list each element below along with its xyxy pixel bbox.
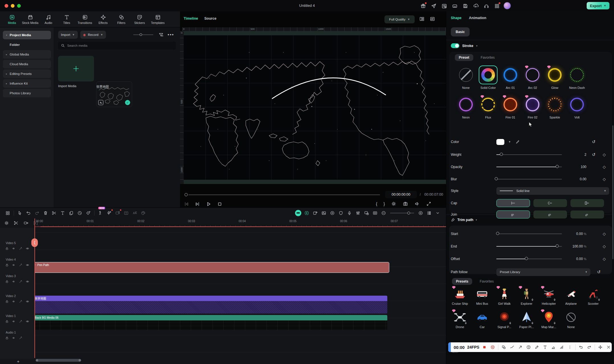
path-preset-mini-bus[interactable]: Mini Bus (471, 286, 493, 305)
path-preset-scooter[interactable]: Scooter (582, 286, 604, 305)
path-preset-girl-walk[interactable]: Girl Walk (493, 286, 515, 305)
eye-icon[interactable] (26, 320, 29, 323)
stroke-toggle[interactable] (451, 43, 459, 48)
auto-frame-button[interactable] (302, 209, 311, 217)
scissors-button[interactable] (50, 209, 58, 217)
export-button[interactable]: Export▼ (587, 2, 609, 9)
close-x-button[interactable] (606, 344, 611, 350)
lock-icon[interactable] (5, 300, 9, 303)
move-button[interactable] (597, 344, 603, 350)
preview-canvas[interactable] (184, 31, 446, 184)
track-audio-icon[interactable] (12, 320, 16, 323)
ai-audio-button[interactable] (105, 209, 113, 217)
path-preset-helicopter[interactable]: Helicopter (538, 286, 560, 305)
sidebar-item-influence-kit[interactable]: ▸ Influence Kit (3, 79, 51, 88)
ai-text-button[interactable] (122, 209, 130, 217)
join-bevel-button[interactable] (570, 210, 604, 218)
current-timecode[interactable]: 00:00:00:00 (385, 191, 417, 198)
motion-track-button[interactable]: NEW (96, 209, 105, 217)
track-audio-icon[interactable] (12, 263, 16, 267)
brace-close-button[interactable]: } (384, 202, 385, 206)
track-audio-icon[interactable] (12, 336, 16, 340)
track-header-video-1[interactable]: Video 1 (0, 314, 35, 323)
stop-button[interactable] (217, 201, 223, 207)
stroke-tab-preset[interactable]: Preset (455, 54, 473, 61)
tab-titles[interactable]: Titles (58, 14, 75, 24)
join-round-button[interactable] (533, 210, 567, 218)
cap-round-button[interactable] (533, 199, 567, 207)
track-audio-icon[interactable] (12, 247, 16, 250)
stroke-preset-arc-01[interactable]: Arc 01 (499, 66, 521, 89)
keyframe-diamond-icon[interactable]: ◇ (603, 257, 606, 261)
stroke-preset-none[interactable]: None (455, 66, 477, 89)
mixer-button[interactable] (354, 209, 362, 217)
timeline-ruler[interactable]: 00:0000:0100:0200:0300:0400:0500:0600:07 (35, 219, 446, 227)
search-input[interactable]: Search media (58, 42, 176, 50)
tab-filters[interactable]: Filters (113, 14, 130, 24)
lock-icon[interactable] (5, 320, 9, 323)
clip-back-bg-media[interactable]: Back BG Media 06 (35, 315, 387, 330)
eye-icon[interactable] (26, 263, 29, 267)
step-fwd-button[interactable] (195, 201, 200, 207)
sidebar-item-photos-library[interactable]: Photos Library (3, 89, 51, 97)
ai-video-button[interactable] (113, 209, 122, 217)
path-tab-presets[interactable]: Presets (452, 278, 472, 285)
gear-button[interactable] (391, 201, 396, 206)
copy-button[interactable] (67, 209, 75, 217)
hatch-button[interactable] (559, 344, 564, 350)
apps-button[interactable] (494, 3, 500, 9)
sidebar-item-folder[interactable]: Folder (3, 40, 51, 49)
path-preset-drone[interactable]: Drone (449, 309, 471, 329)
sidebar-item-global-media[interactable]: ▸ Global Media (3, 50, 51, 59)
tab-audio[interactable]: Audio (40, 14, 57, 24)
layout-grid-button[interactable] (419, 16, 425, 22)
speaker-button[interactable] (414, 201, 420, 206)
preview-scrubber-knob[interactable] (185, 193, 188, 196)
undo-button[interactable] (24, 209, 33, 217)
path-preset-cruise-ship[interactable]: Cruise Ship (449, 286, 471, 305)
expand-button[interactable] (426, 201, 431, 206)
fx-wand-icon[interactable] (19, 336, 22, 340)
undo-button[interactable] (578, 344, 584, 350)
fit-timeline-button[interactable] (371, 209, 379, 217)
import-media-tile[interactable] (58, 56, 94, 81)
gift-button[interactable] (420, 3, 426, 9)
preview-tab-timeline[interactable]: Timeline (184, 17, 198, 21)
tab-media[interactable]: Media (3, 14, 21, 24)
path-preset-airplane[interactable]: Airplane (560, 286, 582, 305)
sidebar-item-cloud-media[interactable]: Cloud Media (3, 60, 51, 68)
preview-tab-source[interactable]: Source (204, 17, 216, 21)
track-header-audio-1[interactable]: Audio 1 (0, 331, 35, 340)
panel-tab-shape[interactable]: Shape (451, 16, 462, 20)
tab-stickers[interactable]: Stickers (131, 14, 148, 24)
tab-stock-media[interactable]: Stock Media (22, 14, 39, 24)
join-miter-button[interactable] (496, 210, 530, 218)
pencil-button[interactable] (534, 344, 540, 350)
filter-icon[interactable] (158, 32, 164, 38)
reset-icon[interactable]: ↺ (592, 139, 595, 144)
panel-tab-animation[interactable]: Animation (469, 16, 486, 20)
import-dropdown[interactable]: Import▼ (58, 31, 78, 39)
path-follow-dropdown[interactable]: Preset Library ▼ (496, 268, 590, 276)
cloud-upload-button[interactable] (472, 3, 479, 9)
track-audio-icon[interactable] (12, 300, 16, 303)
clip-export-button[interactable] (311, 209, 320, 217)
redo-button[interactable] (33, 209, 41, 217)
color-swatch[interactable] (496, 139, 504, 145)
chevron-down-icon[interactable]: ▼ (508, 140, 511, 143)
render-button[interactable] (328, 209, 337, 217)
caret-down-icon[interactable]: ▾ (476, 218, 477, 221)
text-t-button[interactable] (542, 344, 548, 350)
caret-down-button[interactable] (433, 209, 442, 217)
path-preset-car[interactable]: Car (471, 309, 493, 329)
preview-scrubber-track[interactable] (189, 195, 380, 195)
offset-slider[interactable] (496, 259, 562, 259)
stroke-preset-glow[interactable]: Glow (544, 66, 566, 89)
stroke-preset-volt[interactable]: Volt (566, 95, 588, 119)
thumbnail-size-slider[interactable] (133, 34, 153, 35)
snapshot-button[interactable] (403, 201, 408, 206)
track-header-video-3[interactable]: Video 3 (0, 274, 35, 283)
shape-button[interactable] (501, 344, 507, 350)
scope-button[interactable] (430, 16, 435, 22)
eye-icon[interactable] (26, 247, 29, 250)
